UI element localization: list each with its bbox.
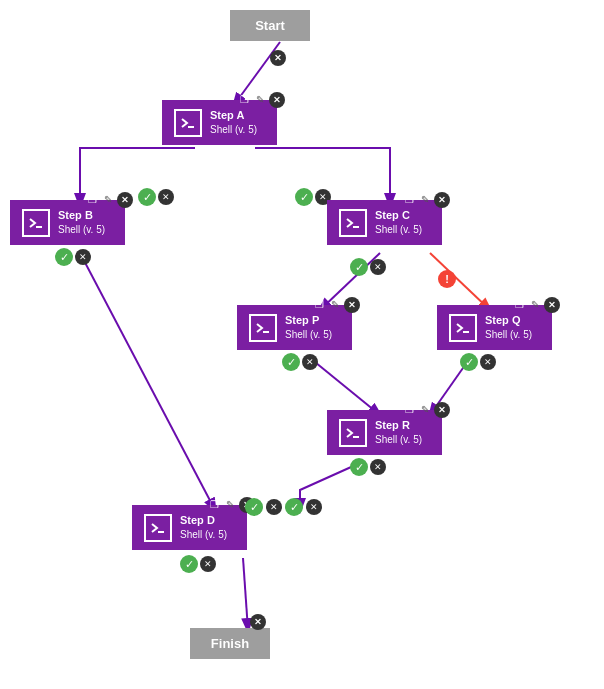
check-icon[interactable]: ✓ xyxy=(350,458,368,476)
stepD-box[interactable]: ❐ ✎ ✕ Step D Shell (v. 5) xyxy=(132,505,247,550)
edit-icon[interactable]: ✎ xyxy=(101,192,115,206)
close-icon[interactable]: ✕ xyxy=(269,92,285,108)
close-icon[interactable]: ✕ xyxy=(266,499,282,515)
stepP-top-icons: ❐ ✎ ✕ xyxy=(312,297,360,313)
close-icon[interactable]: ✕ xyxy=(544,297,560,313)
warning-icon[interactable]: ! xyxy=(438,270,456,288)
close-icon[interactable]: ✕ xyxy=(434,192,450,208)
close-icon-2[interactable]: ✕ xyxy=(306,499,322,515)
start-box: Start xyxy=(230,10,310,41)
stepQ-node: ❐ ✎ ✕ Step Q Shell (v. 5) xyxy=(437,305,552,350)
copy-icon[interactable]: ❐ xyxy=(312,297,326,311)
warning-icon-group[interactable]: ! xyxy=(438,270,456,288)
svg-line-5 xyxy=(80,253,215,510)
stepD-bottom-icons[interactable]: ✓ ✕ xyxy=(180,555,216,573)
stepA-to-B-icons[interactable]: ✓ ✕ xyxy=(138,188,174,206)
stepR-node: ❐ ✎ ✕ Step R Shell (v. 5) xyxy=(327,410,442,455)
edit-icon[interactable]: ✎ xyxy=(528,297,542,311)
svg-line-3 xyxy=(310,358,380,415)
close-icon[interactable]: ✕ xyxy=(158,189,174,205)
close-icon[interactable]: ✕ xyxy=(117,192,133,208)
shell-icon xyxy=(22,209,50,237)
shell-icon xyxy=(339,419,367,447)
stepA-to-C-icons[interactable]: ✓ ✕ xyxy=(295,188,331,206)
stepP-box[interactable]: ❐ ✎ ✕ Step P Shell (v. 5) xyxy=(237,305,352,350)
stepC-node: ❐ ✎ ✕ Step C Shell (v. 5) xyxy=(327,200,442,245)
stepA-top-icons: ❐ ✎ ✕ xyxy=(237,92,285,108)
close-icon[interactable]: ✕ xyxy=(302,354,318,370)
stepP-node: ❐ ✎ ✕ Step P Shell (v. 5) xyxy=(237,305,352,350)
stepQ-label: Step Q Shell (v. 5) xyxy=(485,313,532,342)
stepR-top-icons: ❐ ✎ ✕ xyxy=(402,402,450,418)
stepD-top-connectors[interactable]: ✓ ✕ ✓ ✕ xyxy=(245,498,322,516)
stepP-bottom-icons[interactable]: ✓ ✕ xyxy=(282,353,318,371)
stepP-label: Step P Shell (v. 5) xyxy=(285,313,332,342)
stepC-box[interactable]: ❐ ✎ ✕ Step C Shell (v. 5) xyxy=(327,200,442,245)
shell-icon xyxy=(249,314,277,342)
check-icon[interactable]: ✓ xyxy=(350,258,368,276)
copy-icon[interactable]: ❐ xyxy=(85,192,99,206)
edit-icon[interactable]: ✎ xyxy=(253,92,267,106)
stepB-bottom-icons[interactable]: ✓ ✕ xyxy=(55,248,91,266)
close-icon[interactable]: ✕ xyxy=(480,354,496,370)
check-icon[interactable]: ✓ xyxy=(460,353,478,371)
shell-icon xyxy=(144,514,172,542)
stepQ-top-icons: ❐ ✎ ✕ xyxy=(512,297,560,313)
copy-icon[interactable]: ❐ xyxy=(237,92,251,106)
finish-box: Finish xyxy=(190,628,270,659)
stepC-to-P-icons[interactable]: ✓ ✕ xyxy=(350,258,386,276)
stepB-node: ❐ ✎ ✕ Step B Shell (v. 5) xyxy=(10,200,125,245)
close-icon[interactable]: ✕ xyxy=(250,614,266,630)
close-icon[interactable]: ✕ xyxy=(200,556,216,572)
stepA-box[interactable]: ❐ ✎ ✕ Step A Shell (v. 5) xyxy=(162,100,277,145)
finish-top-icon[interactable]: ✕ xyxy=(250,614,266,630)
copy-icon[interactable]: ❐ xyxy=(402,192,416,206)
workflow-canvas: Start ✕ ❐ ✎ ✕ Step A Shell (v. 5) ✓ ✕ xyxy=(0,0,604,689)
close-icon[interactable]: ✕ xyxy=(370,459,386,475)
close-icon[interactable]: ✕ xyxy=(344,297,360,313)
stepD-node: ❐ ✎ ✕ Step D Shell (v. 5) xyxy=(132,505,247,550)
copy-icon[interactable]: ❐ xyxy=(207,497,221,511)
finish-node: Finish xyxy=(190,628,270,659)
shell-icon xyxy=(174,109,202,137)
stepD-label: Step D Shell (v. 5) xyxy=(180,513,227,542)
terminal-svg xyxy=(180,115,196,131)
stepA-label: Step A Shell (v. 5) xyxy=(210,108,257,137)
close-icon[interactable]: ✕ xyxy=(270,50,286,66)
close-icon[interactable]: ✕ xyxy=(434,402,450,418)
copy-icon[interactable]: ❐ xyxy=(512,297,526,311)
check-icon[interactable]: ✓ xyxy=(245,498,263,516)
stepR-bottom-icons[interactable]: ✓ ✕ xyxy=(350,458,386,476)
stepC-label: Step C Shell (v. 5) xyxy=(375,208,422,237)
stepC-top-icons: ❐ ✎ ✕ xyxy=(402,192,450,208)
stepB-top-icons: ❐ ✎ ✕ xyxy=(85,192,133,208)
stepB-box[interactable]: ❐ ✎ ✕ Step B Shell (v. 5) xyxy=(10,200,125,245)
close-icon[interactable]: ✕ xyxy=(75,249,91,265)
edit-icon[interactable]: ✎ xyxy=(223,497,237,511)
stepR-box[interactable]: ❐ ✎ ✕ Step R Shell (v. 5) xyxy=(327,410,442,455)
stepA-node: ❐ ✎ ✕ Step A Shell (v. 5) xyxy=(162,100,277,145)
start-label: Start xyxy=(255,18,285,33)
copy-icon[interactable]: ❐ xyxy=(402,402,416,416)
edit-icon[interactable]: ✎ xyxy=(328,297,342,311)
svg-line-6 xyxy=(243,558,248,630)
finish-label: Finish xyxy=(211,636,249,651)
edit-icon[interactable]: ✎ xyxy=(418,402,432,416)
check-icon[interactable]: ✓ xyxy=(282,353,300,371)
stepQ-bottom-icons[interactable]: ✓ ✕ xyxy=(460,353,496,371)
start-connector[interactable]: ✕ xyxy=(270,50,286,66)
stepR-label: Step R Shell (v. 5) xyxy=(375,418,422,447)
check-icon-2[interactable]: ✓ xyxy=(285,498,303,516)
start-node: Start xyxy=(230,10,310,41)
stepB-label: Step B Shell (v. 5) xyxy=(58,208,105,237)
edit-icon[interactable]: ✎ xyxy=(418,192,432,206)
check-icon[interactable]: ✓ xyxy=(180,555,198,573)
shell-icon xyxy=(339,209,367,237)
shell-icon xyxy=(449,314,477,342)
check-icon[interactable]: ✓ xyxy=(55,248,73,266)
check-icon[interactable]: ✓ xyxy=(138,188,156,206)
stepQ-box[interactable]: ❐ ✎ ✕ Step Q Shell (v. 5) xyxy=(437,305,552,350)
check-icon[interactable]: ✓ xyxy=(295,188,313,206)
close-icon[interactable]: ✕ xyxy=(370,259,386,275)
